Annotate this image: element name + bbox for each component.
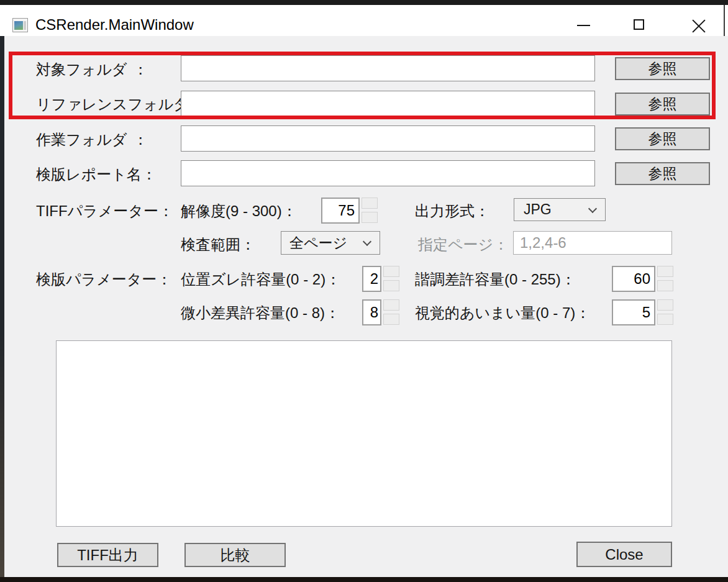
- report-name-label: 検版レポート名 ：: [36, 165, 148, 184]
- resolution-input[interactable]: [321, 198, 360, 224]
- tone-tolerance-spinner: [657, 266, 673, 291]
- maximize-icon: [634, 19, 644, 30]
- spin-up-button[interactable]: [383, 266, 399, 277]
- work-folder-browse-button[interactable]: 参照: [615, 127, 710, 150]
- minor-diff-tolerance-input[interactable]: [362, 299, 381, 325]
- target-folder-input[interactable]: [181, 55, 595, 81]
- scan-range-select[interactable]: 全ページ: [281, 231, 380, 255]
- tone-tolerance-label: 諧調差許容量(0 - 255)：: [415, 270, 576, 289]
- minor-diff-tolerance-spinner: [383, 299, 399, 325]
- tiff-output-button[interactable]: TIFF出力: [57, 543, 158, 567]
- output-format-value: JPG: [514, 201, 552, 218]
- window-title: CSRender.MainWindow: [35, 16, 194, 34]
- tone-tolerance-input[interactable]: [612, 266, 655, 292]
- spin-up-button[interactable]: [657, 299, 673, 311]
- output-format-label: 出力形式：: [415, 201, 489, 221]
- target-folder-browse-button[interactable]: 参照: [615, 57, 710, 80]
- page-spec-label: 指定ページ：: [418, 235, 508, 255]
- log-output-area[interactable]: [56, 340, 672, 527]
- spin-down-button[interactable]: [362, 212, 378, 223]
- scan-range-value: 全ページ: [281, 234, 347, 253]
- resolution-spinner: [362, 198, 378, 223]
- reference-folder-input[interactable]: [181, 91, 595, 117]
- minimize-icon: [577, 25, 590, 26]
- close-button[interactable]: [677, 10, 721, 41]
- close-icon: [691, 19, 706, 34]
- chevron-down-icon: [363, 237, 371, 246]
- app-icon: [12, 18, 28, 32]
- spin-up-button[interactable]: [657, 266, 673, 277]
- spin-down-button[interactable]: [657, 314, 673, 325]
- visual-fuzziness-spinner: [657, 299, 673, 325]
- chevron-down-icon: [588, 204, 597, 212]
- close-window-button[interactable]: Close: [576, 542, 672, 567]
- position-tolerance-label: 位置ズレ許容量(0 - 2)：: [181, 270, 340, 289]
- minor-diff-tolerance-label: 微小差異許容量(0 - 8)：: [181, 303, 340, 323]
- work-folder-input[interactable]: [181, 125, 595, 152]
- tiff-params-label: TIFFパラメーター ：: [36, 201, 148, 221]
- window-right-edge: [724, 5, 725, 36]
- position-tolerance-input[interactable]: [362, 266, 381, 292]
- minimize-button[interactable]: [562, 10, 605, 41]
- app-icon-picture: [14, 21, 23, 30]
- spin-down-button[interactable]: [383, 280, 399, 291]
- maximize-button[interactable]: [617, 10, 661, 41]
- visual-fuzziness-label: 視覚的あいまい量(0 - 7)：: [415, 303, 590, 323]
- spin-up-button[interactable]: [362, 198, 378, 209]
- background-top-strip: [0, 0, 728, 5]
- app-icon-bar: [24, 21, 26, 30]
- output-format-select[interactable]: JPG: [514, 198, 606, 221]
- target-folder-label: 対象フォルダ ：: [36, 60, 148, 80]
- titlebar: CSRender.MainWindow: [0, 5, 728, 36]
- spin-down-button[interactable]: [383, 314, 399, 325]
- background-bottom-strip: [0, 577, 728, 582]
- background-left-strip: [0, 36, 4, 577]
- position-tolerance-spinner: [383, 266, 399, 291]
- report-name-input[interactable]: [181, 160, 595, 186]
- kenpan-params-label: 検版パラメーター ：: [36, 270, 148, 289]
- page-spec-input: [513, 231, 672, 255]
- report-name-browse-button[interactable]: 参照: [615, 162, 710, 185]
- reference-folder-label: リファレンスフォルダ ：: [36, 94, 148, 114]
- scan-range-label: 検査範囲：: [181, 235, 255, 255]
- reference-folder-browse-button[interactable]: 参照: [615, 93, 710, 116]
- spin-up-button[interactable]: [383, 299, 399, 311]
- resolution-label: 解像度(9 - 300)：: [181, 201, 297, 221]
- compare-button[interactable]: 比較: [184, 543, 286, 567]
- work-folder-label: 作業フォルダ ：: [36, 130, 148, 150]
- spin-down-button[interactable]: [657, 280, 673, 291]
- visual-fuzziness-input[interactable]: [612, 299, 655, 325]
